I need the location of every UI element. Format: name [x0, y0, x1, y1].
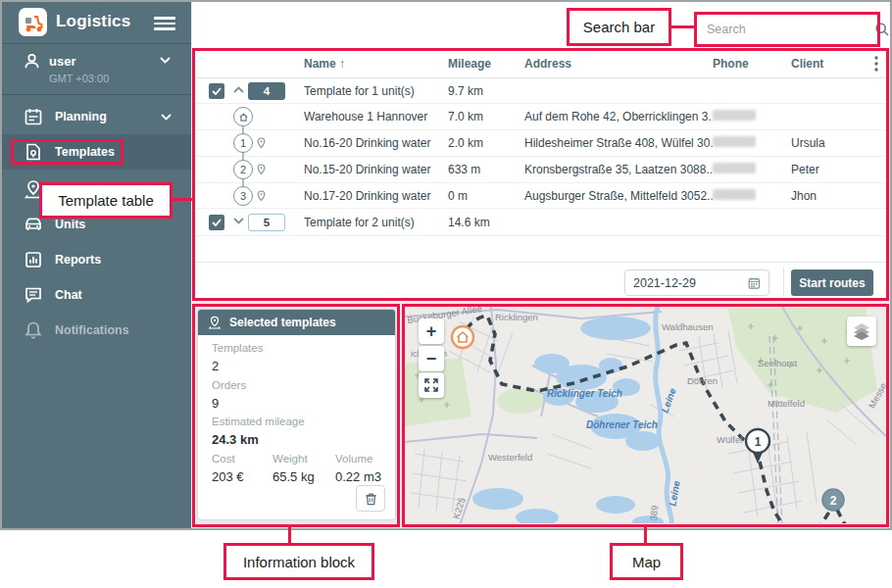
stop-name: No.15-20 Drinking water [304, 163, 448, 176]
warehouse-map-marker[interactable] [452, 326, 473, 348]
annotation-label-template-table: Template table [39, 182, 173, 219]
annotation-connector [173, 198, 192, 201]
map-canvas: 1 2 [405, 307, 886, 523]
warehouse-marker [233, 107, 253, 126]
info-block-title: Selected templates [229, 316, 336, 329]
user-icon [23, 52, 41, 71]
calendar-icon [748, 276, 761, 290]
sidebar-item-label: Notifications [55, 323, 129, 337]
stop-address: Hildesheimer Straße 408, Wülfel 30... [524, 136, 713, 150]
table-row-stop[interactable]: 1 No.16-20 Drinking water 2.0 km Hildesh… [193, 130, 888, 157]
sidebar-item-planning[interactable]: Planning [0, 99, 191, 134]
map-label-place: Mittelfeld [768, 398, 805, 409]
location-pin-icon [257, 137, 266, 149]
sidebar-item-label: Templates [55, 145, 115, 159]
sort-asc-icon: ↑ [339, 57, 345, 71]
map-zoom-in-button[interactable]: + [419, 318, 444, 344]
expand-icon [424, 378, 438, 392]
template-file-icon [24, 142, 43, 162]
annotation-label-search-bar: Search bar [567, 8, 671, 46]
sidebar-item-templates[interactable]: Templates [0, 134, 191, 170]
information-block: Selected templates Templates 2 Orders 9 … [197, 309, 396, 520]
start-routes-button[interactable]: Start routes [791, 270, 873, 296]
row-checkbox-checked[interactable] [209, 215, 224, 230]
sidebar-item-label: Chat [55, 288, 82, 302]
search-input[interactable] [697, 23, 874, 36]
map-label-water: Ricklinger Teich [547, 388, 622, 399]
stop-mileage: 0 m [448, 189, 524, 203]
chevron-down-icon [160, 57, 171, 64]
table-row-stop[interactable]: 3 No.17-20 Drinking water 0 m Augsburger… [193, 183, 888, 209]
sidebar-item-reports[interactable]: Reports [0, 242, 191, 277]
column-header-address[interactable]: Address [524, 57, 713, 71]
annotation-connector [288, 527, 291, 543]
stop-address: Augsburger Straße, Mittelfeld 3052... [524, 189, 713, 203]
clear-selection-button[interactable] [356, 485, 385, 512]
stop-name: Warehouse 1 Hannover [304, 110, 448, 123]
location-pin-icon [257, 190, 266, 202]
home-icon [238, 112, 249, 122]
map-label-place: Ricklingen [495, 312, 538, 322]
client-name: Peter [791, 163, 863, 176]
map-fullscreen-button[interactable] [419, 372, 444, 398]
stop-number-badge: 2 [233, 160, 253, 179]
route-stop-marker-2[interactable]: 2 [822, 489, 844, 511]
map-pin-icon [208, 316, 222, 329]
map-label-place: Döhren [687, 375, 718, 386]
table-header-row: Name ↑ Mileage Address Phone Client [193, 49, 888, 78]
column-header-phone[interactable]: Phone [713, 57, 791, 71]
user-name: user [49, 54, 75, 69]
chevron-down-icon [161, 114, 172, 121]
collapse-icon[interactable] [233, 86, 244, 93]
expand-icon[interactable] [233, 218, 244, 224]
phone-redacted [713, 136, 756, 147]
map-label-place: Waldhausen [662, 321, 713, 332]
orders-count-badge: 4 [248, 82, 285, 100]
stop-number-badge: 3 [233, 186, 253, 206]
column-settings-icon[interactable] [874, 56, 878, 72]
layers-icon [853, 322, 870, 340]
orders-count-badge: 5 [248, 214, 285, 231]
user-timezone: GMT +03:00 [49, 73, 109, 84]
column-header-client[interactable]: Client [791, 57, 863, 71]
sidebar-item-label: Reports [55, 253, 101, 267]
client-name: Ursula [791, 136, 863, 150]
sidebar-item-notifications[interactable]: Notifications [0, 313, 191, 348]
stop-mileage: 633 m [448, 163, 524, 176]
column-header-mileage[interactable]: Mileage [448, 57, 524, 71]
map-layers-button[interactable] [847, 317, 876, 346]
template-group-row[interactable]: 4 Template for 1 unit(s) 9.7 km [193, 78, 888, 104]
map-label-place: Westerfeld [488, 452, 532, 463]
stop-address: Auf dem Rohe 42, Oberricklingen 3... [524, 110, 713, 123]
chat-icon [24, 285, 43, 305]
svg-text:1: 1 [755, 435, 762, 449]
template-group-row[interactable]: 5 Template for 2 unit(s) 14.6 km [193, 209, 888, 236]
svg-text:2: 2 [830, 494, 837, 508]
table-row-warehouse[interactable]: Warehouse 1 Hannover 7.0 km Auf dem Rohe… [193, 104, 888, 130]
info-block-header: Selected templates [198, 310, 395, 335]
map-zoom-out-button[interactable]: − [419, 346, 444, 371]
row-checkbox-checked[interactable] [209, 83, 224, 99]
volume-value: 0.22 m3 [335, 469, 381, 484]
map-label-place: Seelhorst [758, 358, 797, 368]
trash-icon [365, 492, 377, 506]
annotation-label-map: Map [610, 543, 683, 580]
column-header-name[interactable]: Name ↑ [304, 57, 448, 71]
date-picker[interactable] [624, 270, 769, 296]
templates-label: Templates [212, 342, 263, 354]
route-connector-line [242, 117, 244, 196]
sidebar: Logistics user GMT +03:00 [0, 0, 191, 528]
menu-toggle-button[interactable] [154, 14, 175, 29]
stop-mileage: 7.0 km [448, 110, 524, 123]
search-icon[interactable] [874, 22, 890, 37]
annotation-connector [644, 527, 647, 543]
map[interactable]: 1 2 Bückeburger Allee Ricklingen ickling… [405, 307, 886, 523]
sidebar-item-chat[interactable]: Chat [0, 277, 191, 313]
map-label-water: Döhrener Teich [586, 419, 658, 430]
date-input[interactable] [633, 276, 748, 290]
annotation-connector [671, 25, 694, 28]
weight-value: 65.5 kg [273, 469, 315, 484]
cost-label: Cost [212, 453, 235, 465]
table-row-stop[interactable]: 2 No.15-20 Drinking water 633 m Kronsber… [193, 157, 888, 183]
scooter-icon [23, 12, 44, 33]
